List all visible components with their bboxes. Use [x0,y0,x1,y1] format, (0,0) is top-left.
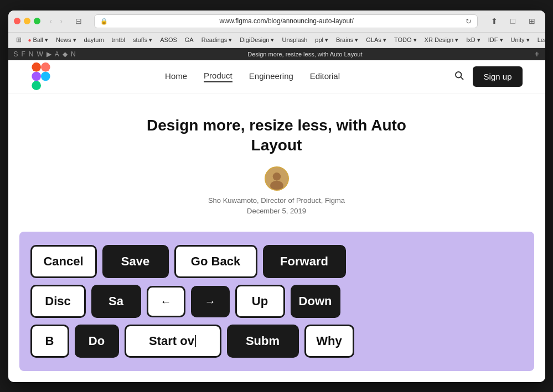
nav-right: Sign up [454,66,523,87]
maximize-button[interactable] [34,18,40,24]
buttons-row-3: B Do Start ov Subm Why [30,325,523,358]
bookmark-brains[interactable]: Brains ▾ [333,35,361,45]
figma-tab-icon: F [22,50,25,58]
nav-buttons: ‹ › [47,15,65,27]
down-key-btn[interactable]: Down [291,285,340,318]
search-button[interactable] [454,70,464,82]
address-bar[interactable]: 🔒 www.figma.com/blog/announcing-auto-lay… [94,14,478,28]
notion-icon: N [29,50,34,58]
tab-notification-bar: S F N W ▶ A ◆ N Design more, resize less… [8,48,545,60]
browser-window: ‹ › ⊟ 🔒 www.figma.com/blog/announcing-au… [8,11,545,382]
up-key-btn[interactable]: Up [235,285,285,318]
buttons-row-1: Cancel Save Go Back Forward [30,245,523,278]
back-button[interactable]: ‹ [47,15,55,27]
buttons-grid: Cancel Save Go Back Forward Disc Sa ← → … [30,245,523,358]
bookmark-digidesign[interactable]: DigiDesign ▾ [236,35,277,45]
bookmark-glas[interactable]: GLAs ▾ [363,35,390,45]
why-key-btn[interactable]: Why [304,325,354,358]
subm-key-btn[interactable]: Subm [227,325,299,358]
bookmark-stuffs[interactable]: stuffs ▾ [130,35,156,45]
bookmark-unsplash[interactable]: Unsplash [279,35,311,44]
title-bar: ‹ › ⊟ 🔒 www.figma.com/blog/announcing-au… [8,11,545,33]
bookmark-unity[interactable]: Unity ▾ [508,35,533,45]
nav-product[interactable]: Product [204,71,232,82]
svg-point-4 [41,72,50,81]
tab-add-button[interactable]: + [534,49,539,59]
traffic-lights [14,18,40,24]
refresh-button[interactable]: ↻ [466,17,472,25]
svg-rect-2 [32,72,41,81]
svg-rect-1 [41,62,50,72]
svg-rect-0 [32,62,41,72]
bookmark-daytum[interactable]: daytum [81,35,107,44]
goback-key-btn[interactable]: Go Back [174,245,257,278]
nav-engineering[interactable]: Engineering [249,71,293,82]
tab-title: Design more, resize less, with Auto Layo… [76,51,535,58]
bookmark-news[interactable]: News ▾ [53,35,80,45]
do-key-btn[interactable]: Do [75,325,119,358]
author-avatar [265,166,289,191]
save-key-btn[interactable]: Save [102,245,169,278]
nav-links: Home Product Engineering Editorial [165,71,340,82]
url-text: www.figma.com/blog/announcing-auto-layou… [111,17,462,25]
signup-button[interactable]: Sign up [473,66,523,87]
startov-key-btn[interactable]: Start ov [125,325,221,358]
misc-icon3: ◆ [63,50,68,58]
demo-area: Cancel Save Go Back Forward Disc Sa ← → … [19,232,534,371]
forward-button[interactable]: › [57,15,65,27]
bookmark-ppl[interactable]: ppl ▾ [312,35,332,45]
bookmark-ga[interactable]: GA [182,35,197,44]
bookmark-ixd[interactable]: IxD ▾ [463,35,484,45]
tab-strip-button[interactable]: ⊟ [72,15,85,27]
misc-icon1: ▶ [46,50,51,58]
bookmark-xr[interactable]: XR Design ▾ [421,35,462,45]
svg-point-8 [272,173,281,181]
svg-rect-3 [32,81,41,90]
nav-home[interactable]: Home [165,71,187,82]
word-icon: W [37,50,43,58]
bookmark-leagues[interactable]: Leagues ▾ [534,35,545,45]
figma-logo[interactable] [30,62,51,90]
slack-icon: S [14,50,18,58]
buttons-row-2: Disc Sa ← → Up Down [30,285,523,318]
nav-editorial[interactable]: Editorial [310,71,340,82]
cancel-key-btn[interactable]: Cancel [30,245,97,278]
article-header: Design more, resize less, with Auto Layo… [8,93,545,227]
apps-icon[interactable]: ⊞ [14,35,24,45]
forward-key-btn[interactable]: Forward [263,245,346,278]
b-key-btn[interactable]: B [30,325,69,358]
article-title: Design more, resize less, with Auto Layo… [138,116,415,156]
browser-actions: ⬆ □ ⊞ [487,13,540,29]
disc-key-btn[interactable]: Disc [30,285,86,318]
bookmark-asos[interactable]: ASOS [157,35,180,44]
page-content: Home Product Engineering Editorial Sign … [8,60,545,382]
bookmark-button[interactable]: □ [505,13,521,29]
author-info: Sho Kuwamoto, Director of Product, Figma [19,196,534,205]
bookmark-idf[interactable]: IDF ▾ [485,35,507,45]
more-button[interactable]: ⊞ [524,13,540,29]
left-arrow-key-btn[interactable]: ← [147,286,185,317]
close-button[interactable] [14,18,20,24]
bookmark-todo[interactable]: TODO ▾ [391,35,420,45]
bookmarks-bar: ⊞ ● Ball ▾ News ▾ daytum trntbl stuffs ▾… [8,33,545,48]
lock-icon: 🔒 [100,18,108,25]
misc-icon4: N [71,50,76,58]
bookmark-trntbl[interactable]: trntbl [108,35,128,44]
misc-icon2: A [55,50,59,58]
bookmark-readings[interactable]: Readings ▾ [198,35,236,45]
share-button[interactable]: ⬆ [487,13,502,29]
svg-point-9 [270,181,283,191]
article-date: December 5, 2019 [19,207,534,215]
site-nav: Home Product Engineering Editorial Sign … [8,60,545,93]
svg-line-6 [461,77,463,79]
sa-key-btn[interactable]: Sa [91,285,141,318]
bookmark-ball[interactable]: ● Ball ▾ [25,35,51,45]
right-arrow-key-btn[interactable]: → [191,286,230,317]
minimize-button[interactable] [24,18,30,24]
